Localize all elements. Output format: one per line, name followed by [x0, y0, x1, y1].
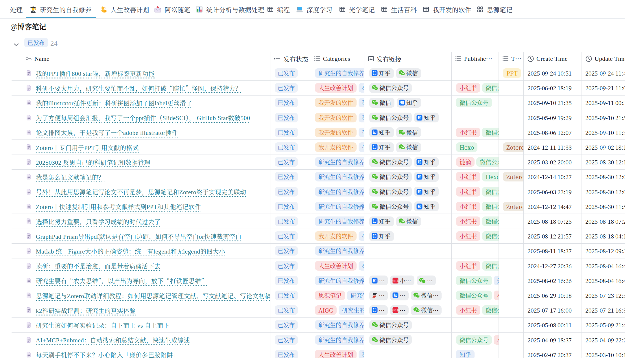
svg-text:知: 知: [418, 189, 421, 194]
svg-text:知: 知: [400, 100, 404, 105]
svg-text:知: 知: [373, 307, 377, 313]
svg-text:知: 知: [373, 144, 377, 150]
svg-text:小红书: 小红书: [392, 279, 398, 282]
svg-text:知: 知: [373, 278, 377, 283]
svg-text:知: 知: [418, 159, 421, 164]
svg-text:知: 知: [373, 70, 377, 76]
svg-text:知: 知: [373, 218, 377, 224]
svg-text:知: 知: [418, 115, 421, 120]
svg-text:知: 知: [373, 233, 377, 238]
svg-text:知: 知: [418, 203, 421, 209]
svg-text:知: 知: [394, 292, 397, 298]
svg-text:知: 知: [373, 129, 377, 135]
svg-text:知: 知: [418, 174, 421, 179]
svg-text:小红书: 小红书: [392, 309, 398, 312]
